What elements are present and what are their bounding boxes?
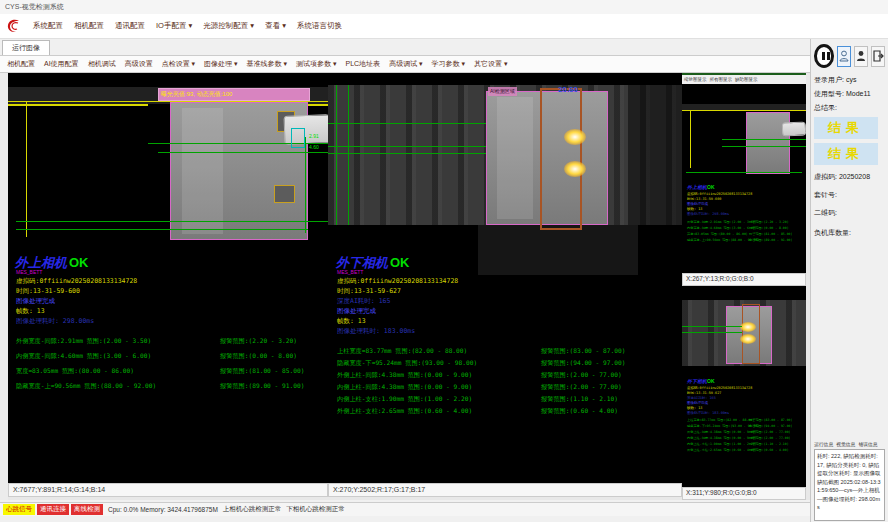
user-permission-button[interactable] xyxy=(854,46,868,67)
camera-name: 外上相机 xyxy=(687,184,707,190)
preview-result-title: 外下相机OK xyxy=(687,378,715,384)
status-badge: 离线检测 xyxy=(71,504,103,515)
camera-image-upper[interactable]: 曝光亮值:93, 动态亮值:100 2.91 xyxy=(8,73,328,483)
camera-image-lower[interactable]: AI检测区域 20.60 外下相机OK MES_BETT 虚拟码:0ffiiin… xyxy=(328,73,682,483)
ok-status: OK xyxy=(707,378,715,384)
ai-region-value: 20.60 xyxy=(558,85,578,94)
preview-upper[interactable]: 外上相机OK 虚拟码:0ffiiinw20250208133134728时间:1… xyxy=(682,84,806,273)
right-panel: 登录用户: cys 使用型号: Mode11 总结果: 结果 结果 虚拟码: 2… xyxy=(810,39,888,522)
measure-tag: 4.60 xyxy=(309,144,319,150)
result-box-2: 结果 xyxy=(814,143,878,165)
qr-code-label: 二维码: xyxy=(814,208,885,218)
menu-item[interactable]: 系统配置 xyxy=(33,21,63,31)
login-user-label: 登录用户: xyxy=(814,76,844,83)
preview-connector xyxy=(782,122,806,137)
user-dark-icon xyxy=(856,50,866,62)
measure-line-vertical xyxy=(305,137,306,233)
toolbar-item[interactable]: 点检设置 ▾ xyxy=(162,59,195,69)
menu-item[interactable]: IO手配置 ▾ xyxy=(156,21,192,31)
ai-region-label: AI检测区域 xyxy=(488,87,517,96)
toolbar-item[interactable]: 相机配置 xyxy=(7,59,35,69)
part-slot xyxy=(274,185,295,203)
toolbar-item[interactable]: 相机调试 xyxy=(88,59,116,69)
statusbar: 心跳信号通讯连接离线检测 Cpu: 0.0% Memory: 3424.4179… xyxy=(0,502,810,516)
preview-tab[interactable]: 缺陷图显示 xyxy=(735,77,758,82)
toolbar-item[interactable]: AI使用配置 xyxy=(44,59,79,69)
baseline-y-vertical xyxy=(690,110,691,168)
tab-run-image[interactable]: 运行图像 xyxy=(2,40,50,55)
weld-glow xyxy=(564,129,586,145)
preview-tabs: 缩放图显示所有图显示缺陷图显示 xyxy=(682,75,806,84)
preview-upper-coords: X:267;Y:13;R:0;G:0;B:0 xyxy=(682,273,806,286)
menubar: 系统配置相机配置通讯配置IO手配置 ▾光源控制配置 ▾查看 ▾系统语言切换 xyxy=(0,14,888,39)
menu-item[interactable]: 光源控制配置 ▾ xyxy=(203,21,254,31)
log-output[interactable]: 耗时: 222, 缺陷检测耗时: 17, 缺陷分类耗时: 0, 缺陷提取分区耗时… xyxy=(814,449,885,521)
measurement-row: 外侧上柱-支柱:2.65mm 范围:(0.60 - 4.00)报警范围:(0.6… xyxy=(687,448,792,454)
left-column: 运行图像 相机配置AI使用配置相机调试高级设置点检设置 ▾图像处理 ▾基准线参数… xyxy=(0,39,810,522)
stock-count-label: 负机库数量: xyxy=(814,228,885,238)
info-lines: 虚拟码:0ffiiinw20250208133134728时间:13-31-59… xyxy=(16,277,137,327)
ok-status: OK xyxy=(390,255,410,270)
measure-line xyxy=(682,326,742,327)
menu-item[interactable]: 相机配置 xyxy=(74,21,104,31)
status-badges: 心跳信号通讯连接离线检测 xyxy=(3,504,103,515)
control-buttons xyxy=(814,41,885,71)
toolbar-item[interactable]: 学习参数 ▾ xyxy=(432,59,465,69)
info-line: 图像处理耗时: 183.00ms xyxy=(687,411,752,416)
measurement-row: 外侧上柱-间隙:4.38mm 范围:(0.00 - 9.00)报警范围:(2.0… xyxy=(337,371,625,383)
toolbar-item[interactable]: 高级设置 xyxy=(125,59,153,69)
content: 运行图像 相机配置AI使用配置相机调试高级设置点检设置 ▾图像处理 ▾基准线参数… xyxy=(0,39,888,522)
preview-tab[interactable]: 缩放图显示 xyxy=(684,77,707,82)
menu-item[interactable]: 系统语言切换 xyxy=(297,21,342,31)
measure-line xyxy=(722,146,806,147)
camera-name: 外上相机 xyxy=(15,255,67,270)
toolbar-item[interactable]: 测试项参数 ▾ xyxy=(296,59,336,69)
info-line: 时间:13-31-59-627 xyxy=(337,287,458,297)
baseline-y2 xyxy=(8,104,148,106)
log-tab[interactable]: 运行信息 xyxy=(814,441,833,447)
toolbar-item[interactable]: 其它设置 ▾ xyxy=(474,59,507,69)
log-tabs: 运行信息视觉信息错误信息 xyxy=(814,441,885,447)
measure-line xyxy=(328,123,488,124)
toolbar-item[interactable]: 基准线参数 ▾ xyxy=(247,59,287,69)
left-gutter xyxy=(0,73,8,500)
camera-name: 外下相机 xyxy=(687,378,707,384)
toolbar-item[interactable]: PLC地址表 xyxy=(346,59,381,69)
exit-button[interactable] xyxy=(871,46,885,67)
exposure-label: 曝光亮值:93, 动态亮值:100 xyxy=(158,88,310,101)
info-line: 深度AI耗时: 165 xyxy=(337,297,458,307)
preview-tab[interactable]: 所有图显示 xyxy=(710,77,733,82)
measurement-row: 隐藏宽度-下=95.24mm 范围:(93.00 - 98.00)报警范围:(9… xyxy=(337,359,625,371)
menu-item[interactable]: 查看 ▾ xyxy=(265,21,286,31)
toolbar-item[interactable]: 图像处理 ▾ xyxy=(204,59,237,69)
camera-view-upper: 曝光亮值:93, 动态亮值:100 2.91 xyxy=(8,73,328,500)
weld-glow xyxy=(564,161,586,177)
info-line: 虚拟码:0ffiiinw20250208133134728 xyxy=(16,277,137,287)
info-line: 虚拟码:0ffiiinw20250208133134728 xyxy=(337,277,458,287)
log-tab[interactable]: 错误信息 xyxy=(858,441,877,447)
model-value: Mode11 xyxy=(846,90,871,97)
ok-status: OK xyxy=(69,255,89,270)
ok-status: OK xyxy=(707,184,715,190)
camera-name: 外下相机 xyxy=(336,255,388,270)
roi-orange-box xyxy=(540,88,582,230)
needle-number-label: 套针号: xyxy=(814,190,885,200)
measure-tag: 2.91 xyxy=(309,133,319,139)
log-tab[interactable]: 视觉信息 xyxy=(836,441,855,447)
info-line: 图像处理完成 xyxy=(337,307,458,317)
measure-line xyxy=(16,229,308,230)
tab-row: 运行图像 xyxy=(0,39,810,56)
weld-glow xyxy=(740,322,756,332)
cpu-memory-readout: Cpu: 0.0% Memory: 3424.41796875M xyxy=(108,506,218,513)
preview-lower[interactable]: 外下相机OK 虚拟码:0ffiiinw20250208133134728时间:1… xyxy=(682,286,806,487)
measurement-row: 上柱宽度=83.77mm 范围:(82.00 - 88.00)报警范围:(83.… xyxy=(337,347,625,359)
login-user-button[interactable] xyxy=(837,46,851,67)
toolbar-item[interactable]: 高级调试 ▾ xyxy=(389,59,422,69)
part-shade xyxy=(182,108,223,233)
measure-line xyxy=(682,332,742,333)
measurement-row: 内侧上柱-间隙:4.38mm 范围:(0.00 - 9.00)报警范围:(2.0… xyxy=(337,383,625,395)
pause-button[interactable] xyxy=(814,44,834,68)
menu-item[interactable]: 通讯配置 xyxy=(115,21,145,31)
measurement-row: 隐藏宽度-上=90.56mm 范围:(88.00 - 92.00)报警范围:(8… xyxy=(16,382,304,397)
preview-measurements: 上柱宽度=83.77mm 范围:(82.00 - 88.00)报警范围:(83.… xyxy=(687,418,792,454)
